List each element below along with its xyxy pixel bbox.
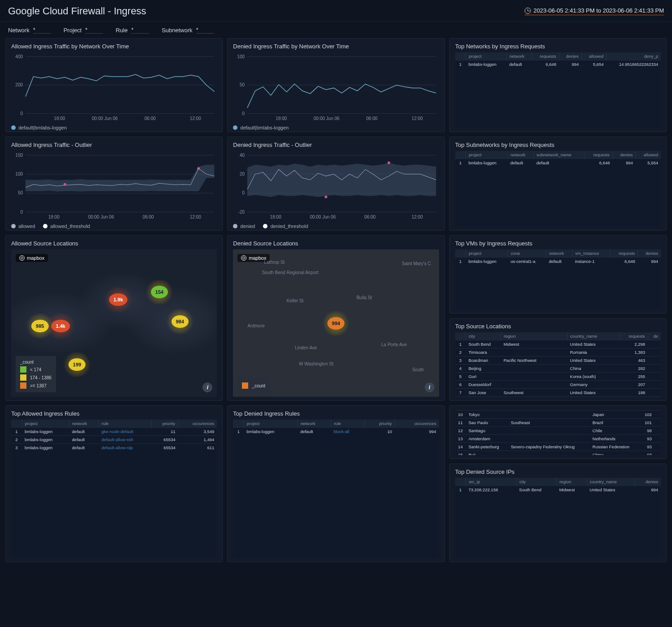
table-row[interactable]: 14Sankt-peterburgSevero-zapadny Federaln… [455,443,661,451]
map-info-button[interactable]: i [425,382,435,392]
chart-allowed-outlier[interactable]: 05010015018:0000:00 Jun 0606:0012:00 [11,151,217,221]
map-legend: _count < 174 174 - 1386 >= 1387 [16,356,56,392]
map-allowed[interactable]: mapbox _count < 174 174 - 1386 >= 1387 i… [11,249,217,397]
svg-text:06:00: 06:00 [366,116,378,121]
svg-text:18:00: 18:00 [276,116,287,121]
table-top-vms[interactable]: projectzonenetworkvm_instancerequestsden… [455,249,661,265]
panel-top-src-locations-upper: Top Source Locations cityregioncountry_n… [449,318,667,401]
table-row[interactable]: 1bmlabs-loggendefaultblock-all10994 [233,428,439,436]
svg-text:00:00 Jun 06: 00:00 Jun 06 [92,116,118,121]
map-street-label: Ardmore [247,323,264,328]
svg-point-43 [388,161,390,164]
map-street-label: South [412,367,424,372]
svg-text:06:00: 06:00 [365,215,376,219]
svg-text:50: 50 [240,82,245,87]
map-street-label: Keller St [287,298,304,303]
filter-label-project: Project [64,27,82,34]
table-top-src-locations-cont[interactable]: 10TokyoJapan10211Sao PauloSoutheastBrazi… [455,410,661,455]
chart-denied-outlier[interactable]: -200204018:0000:00 Jun 0606:0012:00 [233,151,439,221]
legend-label: denied_threshold [270,223,308,229]
map-legend: _count [237,377,270,392]
svg-text:00:00 Jun 06: 00:00 Jun 06 [314,116,340,121]
chart-denied-over-time[interactable]: 05010018:0000:00 Jun 0606:0012:00 [233,52,439,122]
table-row[interactable]: 8FremontSouthwestUnited States173 [455,397,661,397]
svg-text:0: 0 [20,111,23,116]
table-row[interactable]: 173.208.222.156South BendMidwestUnited S… [455,486,661,494]
panel-title: Allowed Ingress Traffic by Network Over … [11,43,217,50]
filter-bar: Network Project Rule Subnetwork [1,22,671,38]
svg-text:0: 0 [242,190,245,195]
filter-subnetwork-input[interactable] [196,26,214,34]
table-row[interactable]: 7San JoseSouthwestUnited States188 [455,389,661,397]
table-row[interactable]: 2bmlabs-loggendefaultdefault-allow-ssh65… [11,436,217,444]
table-row[interactable]: 5GuriKorea (south)255 [455,373,661,381]
table-denied-rules[interactable]: projectnetworkrulepriorityoccurences1bml… [233,420,439,435]
table-row[interactable]: 2TimisoaraRomania1,383 [455,348,661,356]
table-row[interactable]: 1bmlabs-loggendefaultgke-node-default113… [11,428,217,436]
panel-title: Top Allowed Ingress Rules [11,410,217,417]
svg-text:00:00 Jun 06: 00:00 Jun 06 [310,215,336,219]
panel-top-src-locations-lower: 10TokyoJapan10211Sao PauloSoutheastBrazi… [449,405,667,459]
panel-top-denied-rules: Top Denied Ingress Rules projectnetworkr… [227,405,444,562]
mapbox-badge: mapbox [16,254,48,262]
panel-top-denied-ips: Top Denied Source IPs src_ipcityregionco… [449,464,667,562]
table-row[interactable]: 1bmlabs-loggendefaultdefault6,6489945,65… [455,159,661,167]
map-street-label: South Bend Regional Airport [262,270,319,275]
panel-top-vms: Top VMs by Ingress Requests projectzonen… [449,235,667,314]
table-row[interactable]: 12SantiagoChile98 [455,427,661,435]
panel-top-networks: Top Networks by Ingress Requests project… [449,38,667,132]
panel-top-subnetworks: Top Subnetworks by Ingress Requests proj… [449,137,667,231]
table-top-subnetworks[interactable]: projectnetworksubnetwork_namerequestsden… [455,151,661,167]
map-hotspot[interactable]: 1.4k [52,320,70,332]
map-hotspot[interactable]: 994 [327,317,345,330]
svg-text:150: 150 [15,153,23,158]
map-street-label: Bulla St [357,295,372,300]
table-allowed-rules[interactable]: projectnetworkrulepriorityoccurences1bml… [11,420,217,451]
map-street-label: Saint Mary's C [402,261,431,266]
svg-text:-20: -20 [238,210,245,215]
panel-title: Denied Ingress Traffic - Outlier [233,142,439,148]
mapbox-icon [241,255,246,261]
map-hotspot[interactable]: 984 [171,315,188,328]
table-row[interactable]: 1bmlabs-loggenus-central1-adefaultinstan… [455,258,661,266]
table-top-networks[interactable]: projectnetworkrequestsdeniesalloweddeny_… [455,52,661,68]
filter-rule-input[interactable] [131,26,149,34]
table-top-src-locations[interactable]: cityregioncountry_namerequestsde1South B… [455,332,661,397]
legend-label: allowed [18,223,35,229]
panel-title: Top Subnetworks by Ingress Requests [455,142,661,148]
mapbox-icon [19,255,25,261]
legend-label: allowed_threshold [50,223,90,229]
svg-point-42 [325,196,327,198]
panel-title: Allowed Ingress Traffic - Outlier [11,142,217,148]
svg-text:18:00: 18:00 [48,215,60,219]
chart-allowed-over-time[interactable]: 020040018:0000:00 Jun 0606:0012:00 [11,52,217,122]
map-hotspot[interactable]: 154 [151,286,168,298]
panel-allowed-over-time: Allowed Ingress Traffic by Network Over … [5,38,223,132]
panel-title: Top Source Locations [455,323,661,330]
panel-allowed-outlier: Allowed Ingress Traffic - Outlier 050100… [5,137,223,231]
map-street-label: La Porte Ave [381,342,407,347]
panel-title: Top Denied Ingress Rules [233,410,439,417]
map-hotspot[interactable]: 1.9k [109,293,127,306]
table-row[interactable]: 13AmsterdamNetherlands93 [455,435,661,443]
filter-network-input[interactable] [33,26,51,34]
panel-title: Denied Ingress Traffic by Network Over T… [233,43,439,50]
table-row[interactable]: 11Sao PauloSoutheastBrazil101 [455,419,661,427]
time-range-picker[interactable]: 2023-06-05 2:41:33 PM to 2023-06-06 2:41… [525,7,664,15]
table-row[interactable]: 4BeijingChina282 [455,365,661,373]
table-denied-ips[interactable]: src_ipcityregioncountry_namedenies173.20… [455,478,661,494]
table-row[interactable]: 3BoardmanPacific NorthwestUnited States4… [455,356,661,365]
svg-text:200: 200 [15,82,23,87]
map-denied[interactable]: mapbox _count i 994Lathrop StSouth Bend … [233,249,439,397]
page-title: Google Cloud Firewall - Ingress [8,5,146,17]
table-row[interactable]: 15BujiChina93 [455,451,661,455]
table-row[interactable]: 10TokyoJapan102 [455,411,661,419]
table-row[interactable]: 1South BendMidwestUnited States2,298 [455,340,661,348]
map-hotspot[interactable]: 199 [69,358,86,371]
table-row[interactable]: 1bmlabs-loggendefault6,6489945,65414.951… [455,60,661,69]
filter-project-input[interactable] [85,26,103,34]
svg-text:12:00: 12:00 [412,116,423,121]
table-row[interactable]: 6DuesseldorfGermany207 [455,381,661,389]
table-row[interactable]: 3bmlabs-loggendefaultdefault-allow-rdp65… [11,444,217,452]
panel-allowed-src-locations: Allowed Source Locations mapbox _count <… [5,235,223,401]
